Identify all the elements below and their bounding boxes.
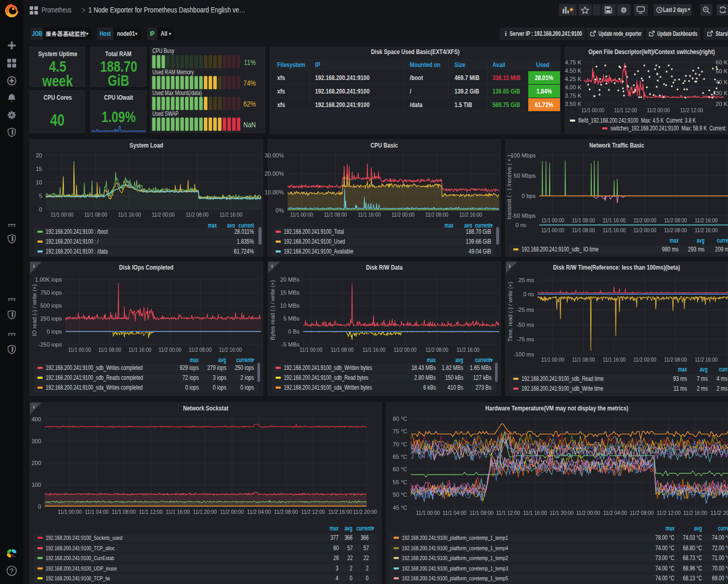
svg-text:11/2 00:00: 11/2 00:00 [576,510,600,516]
svg-text:11/2 04:00: 11/2 04:00 [603,510,627,516]
svg-text:11/1 16:00: 11/1 16:00 [523,510,547,516]
svg-text:11/1 20:00: 11/1 20:00 [550,510,574,516]
svg-text:11/2 20:0: 11/2 20:0 [710,510,728,516]
svg-text:11/1 04:00: 11/1 04:00 [443,510,466,516]
svg-text:50 °C: 50 °C [393,492,407,498]
svg-text:55 °C: 55 °C [393,479,407,485]
svg-text:11/1 12:00: 11/1 12:00 [496,510,520,516]
svg-text:75 °C: 75 °C [393,428,407,434]
svg-text:11/1 08:00: 11/1 08:00 [470,510,493,516]
svg-text:11/1 00:00: 11/1 00:00 [416,510,440,516]
svg-text:65 °C: 65 °C [393,454,407,460]
svg-text:11/2 12:00: 11/2 12:00 [657,510,681,516]
svg-text:11/2 08:00: 11/2 08:00 [630,510,654,516]
svg-text:60 °C: 60 °C [393,466,407,472]
svg-text:80 °C: 80 °C [393,416,407,422]
svg-text:11/2 16:00: 11/2 16:00 [683,510,707,516]
svg-text:45 °C: 45 °C [393,505,407,511]
svg-text:70 °C: 70 °C [393,441,407,447]
